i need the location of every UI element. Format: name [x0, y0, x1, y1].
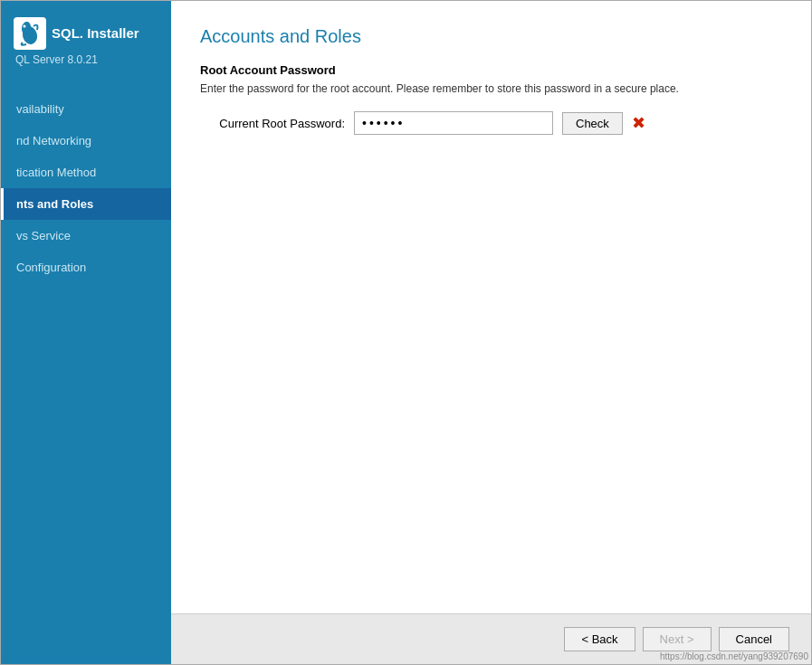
svg-point-3	[24, 25, 26, 28]
back-button[interactable]: < Back	[564, 627, 635, 651]
password-label: Current Root Password:	[200, 117, 345, 130]
page-title: Accounts and Roles	[200, 26, 782, 47]
sidebar-item-windows-service[interactable]: vs Service	[1, 220, 171, 252]
content-area: Accounts and Roles Root Account Password…	[171, 1, 811, 664]
sidebar-logo: SQL. Installer	[14, 17, 158, 50]
sidebar: SQL. Installer QL Server 8.0.21 vailabil…	[1, 1, 171, 664]
sidebar-header: SQL. Installer QL Server 8.0.21	[1, 1, 171, 75]
cancel-button[interactable]: Cancel	[719, 627, 789, 651]
content-body: Accounts and Roles Root Account Password…	[171, 1, 811, 613]
section-title: Root Account Password	[200, 63, 782, 77]
footer: < Back Next > Cancel	[171, 613, 811, 664]
password-input[interactable]	[354, 111, 553, 135]
sidebar-item-availability[interactable]: vailability	[1, 93, 171, 125]
error-icon: ✖	[632, 113, 645, 133]
password-form-row: Current Root Password: Check ✖	[200, 111, 782, 135]
app-version: QL Server 8.0.21	[14, 53, 158, 66]
section-description: Enter the password for the root account.…	[200, 81, 782, 97]
sidebar-item-auth-method[interactable]: tication Method	[1, 157, 171, 188]
sidebar-item-configuration[interactable]: Configuration	[1, 252, 171, 283]
check-button[interactable]: Check	[562, 112, 623, 135]
sidebar-nav: vailability nd Networking tication Metho…	[1, 93, 171, 283]
dolphin-logo-icon	[14, 17, 46, 50]
sidebar-item-accounts-roles[interactable]: nts and Roles	[1, 188, 171, 220]
app-title: SQL. Installer	[52, 25, 139, 42]
sidebar-item-networking[interactable]: nd Networking	[1, 125, 171, 157]
next-button[interactable]: Next >	[643, 627, 712, 651]
